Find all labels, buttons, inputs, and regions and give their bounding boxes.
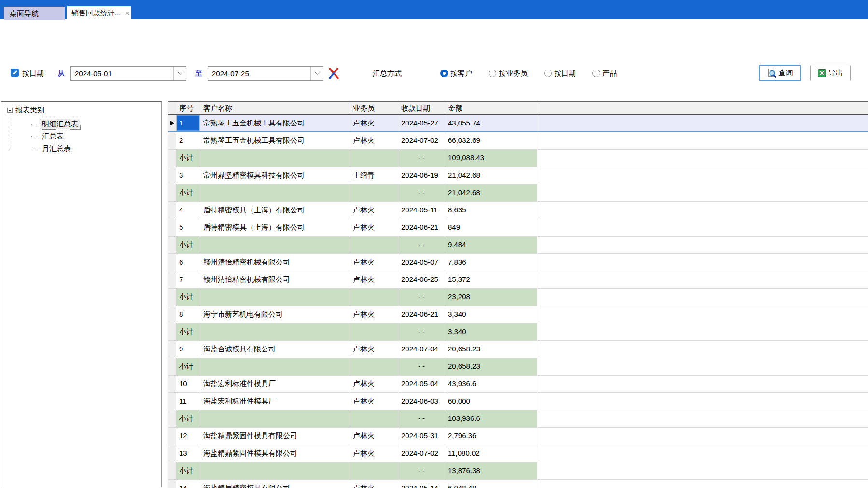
cell-amount[interactable]: 849 bbox=[445, 219, 537, 236]
cell-amount[interactable]: 21,042.68 bbox=[445, 167, 537, 184]
cell-amount[interactable]: 23,208 bbox=[445, 289, 537, 306]
cell-amount[interactable]: 7,836 bbox=[445, 254, 537, 271]
cell-customer[interactable]: 海盐精鼎紧固件模具有限公司 bbox=[200, 445, 350, 462]
row-selector[interactable] bbox=[168, 150, 176, 167]
cell-salesperson[interactable] bbox=[350, 462, 398, 479]
cell-salesperson[interactable]: 卢林火 bbox=[350, 445, 398, 462]
cell-amount[interactable]: 20,658.23 bbox=[445, 341, 537, 358]
cell-customer[interactable]: 海盐合诚模具有限公司 bbox=[200, 341, 350, 358]
subtotal-row[interactable]: 小计- -3,340 bbox=[168, 323, 868, 341]
cell-date[interactable]: - - bbox=[398, 462, 445, 479]
cell-amount[interactable]: 20,658.23 bbox=[445, 358, 537, 375]
cell-seq[interactable]: 2 bbox=[176, 132, 200, 149]
cell-amount[interactable]: 43,936.6 bbox=[445, 376, 537, 392]
cell-date[interactable]: - - bbox=[398, 323, 445, 340]
cell-seq[interactable]: 5 bbox=[176, 219, 200, 236]
cell-seq[interactable]: 12 bbox=[176, 428, 200, 445]
row-selector[interactable] bbox=[168, 410, 176, 427]
cell-date[interactable]: 2024-05-11 bbox=[398, 202, 445, 219]
cell-date[interactable]: 2024-06-19 bbox=[398, 167, 445, 184]
row-selector[interactable] bbox=[168, 254, 176, 271]
row-selector[interactable] bbox=[168, 289, 176, 306]
cell-salesperson[interactable]: 卢林火 bbox=[350, 376, 398, 392]
cell-salesperson[interactable]: 王绍青 bbox=[350, 167, 398, 184]
row-selector[interactable] bbox=[168, 306, 176, 323]
cell-date[interactable]: - - bbox=[398, 237, 445, 253]
tree-collapse-icon[interactable] bbox=[7, 108, 13, 113]
header-col-customer[interactable]: 客户名称 bbox=[200, 102, 350, 114]
table-row[interactable]: 1常熟琴工五金机械工具有限公司卢林火2024-05-2743,055.74 bbox=[168, 115, 868, 132]
header-col-seq[interactable]: 序号 bbox=[176, 102, 200, 114]
row-selector[interactable] bbox=[168, 184, 176, 201]
cell-seq[interactable]: 小计 bbox=[176, 462, 200, 479]
row-selector[interactable] bbox=[168, 323, 176, 340]
header-col-date[interactable]: 收款日期 bbox=[398, 102, 445, 114]
table-row[interactable]: 4盾特精密模具（上海）有限公司卢林火2024-05-118,635 bbox=[168, 202, 868, 219]
tab-sales-collection-report[interactable]: 销售回款统计... × bbox=[67, 6, 131, 20]
query-button[interactable]: 查询 bbox=[759, 65, 801, 81]
row-selector[interactable] bbox=[168, 132, 176, 149]
cell-customer[interactable] bbox=[200, 323, 350, 340]
cell-date[interactable]: - - bbox=[398, 289, 445, 306]
summary-radio-option-3[interactable]: 产品 bbox=[592, 69, 617, 78]
cell-customer[interactable]: 盾特精密模具（上海）有限公司 bbox=[200, 219, 350, 236]
table-row[interactable]: 3常州鼎坚精密模具科技有限公司王绍青2024-06-1921,042.68 bbox=[168, 167, 868, 184]
cell-customer[interactable] bbox=[200, 150, 350, 167]
cell-salesperson[interactable]: 卢林火 bbox=[350, 393, 398, 410]
sidebar-item-2[interactable]: 月汇总表 bbox=[31, 143, 73, 154]
cell-salesperson[interactable]: 卢林火 bbox=[350, 480, 398, 488]
cell-amount[interactable]: 2,796.36 bbox=[445, 428, 537, 445]
cell-amount[interactable]: 109,088.43 bbox=[445, 150, 537, 167]
table-row[interactable]: 12海盐精鼎紧固件模具有限公司卢林火2024-05-312,796.36 bbox=[168, 428, 868, 445]
cell-salesperson[interactable] bbox=[350, 358, 398, 375]
cell-customer[interactable]: 海盐精展精密模具有限公司 bbox=[200, 480, 350, 488]
cell-amount[interactable]: 11,080.02 bbox=[445, 445, 537, 462]
cell-salesperson[interactable]: 卢林火 bbox=[350, 132, 398, 149]
table-row[interactable]: 11海盐宏利标准件模具厂卢林火2024-06-0360,000 bbox=[168, 393, 868, 410]
cell-seq[interactable]: 小计 bbox=[176, 150, 200, 167]
row-selector[interactable] bbox=[168, 115, 176, 131]
cell-customer[interactable]: 海盐精鼎紧固件模具有限公司 bbox=[200, 428, 350, 445]
close-icon[interactable]: × bbox=[125, 9, 130, 17]
cell-customer[interactable]: 盾特精密模具（上海）有限公司 bbox=[200, 202, 350, 219]
cell-customer[interactable]: 赣州清怡精密机械有限公司 bbox=[200, 254, 350, 271]
table-row[interactable]: 13海盐精鼎紧固件模具有限公司卢林火2024-07-0211,080.02 bbox=[168, 445, 868, 462]
cell-date[interactable]: 2024-05-07 bbox=[398, 254, 445, 271]
subtotal-row[interactable]: 小计- -9,484 bbox=[168, 237, 868, 254]
dropdown-button[interactable] bbox=[173, 67, 186, 80]
cell-seq[interactable]: 11 bbox=[176, 393, 200, 410]
summary-radio-option-2[interactable]: 按日期 bbox=[544, 69, 576, 78]
table-row[interactable]: 9海盐合诚模具有限公司卢林火2024-07-0420,658.23 bbox=[168, 341, 868, 358]
summary-radio-option-0[interactable]: 按客户 bbox=[440, 69, 472, 78]
subtotal-row[interactable]: 小计- -13,876.38 bbox=[168, 462, 868, 480]
row-selector[interactable] bbox=[168, 445, 176, 462]
table-row[interactable]: 10海盐宏利标准件模具厂卢林火2024-05-0443,936.6 bbox=[168, 376, 868, 393]
cell-amount[interactable]: 60,000 bbox=[445, 393, 537, 410]
to-date-select[interactable]: 2024-07-25 bbox=[208, 66, 323, 81]
header-col-amount[interactable]: 金额 bbox=[445, 102, 537, 114]
from-date-select[interactable]: 2024-05-01 bbox=[70, 66, 186, 81]
cell-salesperson[interactable] bbox=[350, 184, 398, 201]
cell-customer[interactable] bbox=[200, 358, 350, 375]
cell-date[interactable]: - - bbox=[398, 358, 445, 375]
table-row[interactable]: 14海盐精展精密模具有限公司卢林火2024-05-146,048.48 bbox=[168, 480, 868, 488]
cell-seq[interactable]: 9 bbox=[176, 341, 200, 358]
cell-amount[interactable]: 21,042.68 bbox=[445, 184, 537, 201]
subtotal-row[interactable]: 小计- -109,088.43 bbox=[168, 150, 868, 167]
row-selector[interactable] bbox=[168, 428, 176, 445]
cell-seq[interactable]: 小计 bbox=[176, 410, 200, 427]
row-selector[interactable] bbox=[168, 167, 176, 184]
row-selector[interactable] bbox=[168, 219, 176, 236]
cell-seq[interactable]: 小计 bbox=[176, 289, 200, 306]
cell-date[interactable]: 2024-06-21 bbox=[398, 306, 445, 323]
cell-customer[interactable]: 赣州清怡精密机械有限公司 bbox=[200, 271, 350, 288]
subtotal-row[interactable]: 小计- -23,208 bbox=[168, 289, 868, 306]
sidebar-item-0[interactable]: 明细汇总表 bbox=[31, 118, 80, 130]
cell-amount[interactable]: 13,876.38 bbox=[445, 462, 537, 479]
cell-date[interactable]: 2024-07-02 bbox=[398, 445, 445, 462]
cell-salesperson[interactable] bbox=[350, 410, 398, 427]
cell-seq[interactable]: 小计 bbox=[176, 184, 200, 201]
cell-salesperson[interactable] bbox=[350, 150, 398, 167]
cell-amount[interactable]: 43,055.74 bbox=[445, 115, 537, 131]
dropdown-button[interactable] bbox=[310, 67, 323, 80]
